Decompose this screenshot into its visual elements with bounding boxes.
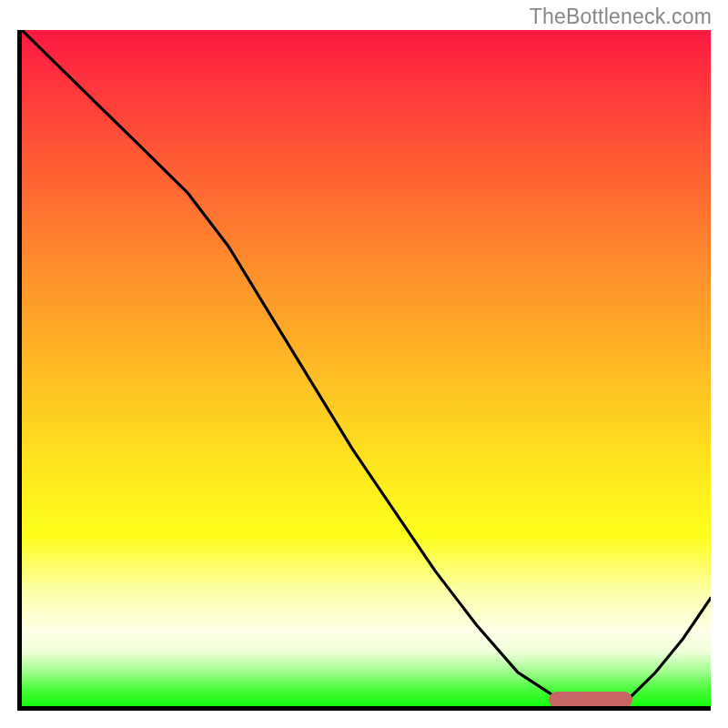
plot-area [17,30,711,711]
bottleneck-curve-path [22,30,711,706]
curve-svg [22,30,711,706]
optimal-range-marker [549,692,632,708]
bottleneck-chart: TheBottleneck.com [0,0,728,728]
watermark-text: TheBottleneck.com [530,5,712,29]
